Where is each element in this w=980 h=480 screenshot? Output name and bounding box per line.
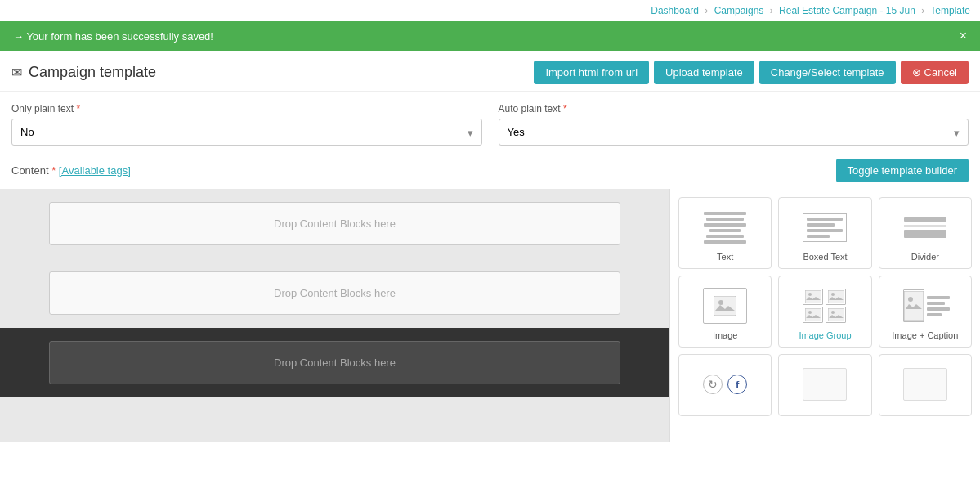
block-empty-1[interactable] (778, 354, 871, 416)
envelope-icon: ✉ (11, 65, 22, 80)
breadcrumb-campaigns[interactable]: Campaigns (714, 5, 764, 16)
boxed-text-block-icon (800, 208, 849, 247)
blocks-panel: Text Boxed Text (669, 189, 980, 442)
block-image-group[interactable]: Image Group (778, 276, 871, 348)
banner-close-button[interactable]: × (960, 29, 967, 43)
change-select-template-button[interactable]: Change/Select template (759, 61, 896, 84)
canvas-section-dark: Drop Content Blocks here (0, 328, 669, 397)
svg-rect-4 (828, 290, 844, 303)
block-empty-2[interactable] (879, 354, 972, 416)
refresh-icon: ↻ (703, 375, 723, 394)
block-divider[interactable]: Divider (879, 197, 972, 269)
svg-point-3 (808, 293, 812, 296)
builder-area: Drop Content Blocks here Drop Content Bl… (0, 189, 980, 442)
plain-text-select-wrapper: No Yes ▾ (11, 119, 482, 146)
cancel-button[interactable]: ⊗ Cancel (901, 61, 969, 84)
plain-text-select[interactable]: No Yes (12, 119, 481, 145)
empty-2-block-icon (901, 365, 950, 404)
drop-zone-3: Drop Content Blocks here (49, 341, 620, 384)
svg-point-9 (831, 311, 835, 314)
svg-rect-8 (828, 308, 844, 321)
image-caption-block-icon (901, 286, 950, 325)
canvas-section-2: Drop Content Blocks here (0, 258, 669, 328)
import-html-button[interactable]: Import html from url (534, 61, 649, 84)
svg-point-1 (718, 300, 723, 305)
divider-block-icon (901, 208, 950, 247)
form-fields: Only plain text * No Yes ▾ Auto plain te… (0, 92, 980, 146)
success-banner: → Your form has been successfully saved!… (0, 21, 980, 51)
facebook-icon: f (727, 375, 747, 394)
block-image-caption[interactable]: Image + Caption (879, 276, 972, 348)
page-header: ✉ Campaign template Import html from url… (0, 51, 980, 92)
image-caption-block-label: Image + Caption (892, 330, 958, 340)
breadcrumb: Dashboard › Campaigns › Real Estate Camp… (0, 0, 980, 21)
divider-block-label: Divider (911, 252, 939, 262)
upload-template-button[interactable]: Upload template (654, 61, 754, 84)
auto-plain-required: * (563, 103, 567, 114)
text-block-icon (700, 208, 750, 247)
empty-1-block-icon (800, 365, 849, 404)
auto-plain-select[interactable]: Yes No (499, 119, 969, 145)
canvas-area: Drop Content Blocks here Drop Content Bl… (0, 189, 669, 442)
breadcrumb-campaign[interactable]: Real Estate Campaign - 15 Jun (779, 5, 915, 16)
plain-text-required: * (76, 103, 80, 114)
toggle-template-builder-button[interactable]: Toggle template builder (836, 159, 969, 182)
svg-rect-0 (714, 296, 736, 316)
image-block-icon (700, 286, 750, 325)
svg-point-7 (808, 311, 812, 314)
block-boxed-text[interactable]: Boxed Text (778, 197, 871, 269)
drop-zone-1: Drop Content Blocks here (49, 202, 620, 245)
plain-text-label: Only plain text * (11, 103, 482, 114)
auto-plain-text-field-group: Auto plain text * Yes No ▾ (499, 103, 969, 146)
blocks-grid: Text Boxed Text (678, 197, 972, 416)
canvas-section-1: Drop Content Blocks here (0, 189, 669, 258)
auto-plain-label: Auto plain text * (499, 103, 969, 114)
available-tags-link[interactable]: [Available tags] (59, 164, 131, 177)
social-block-icon: ↻ f (700, 365, 750, 404)
header-actions: Import html from url Upload template Cha… (534, 61, 969, 84)
svg-rect-2 (805, 290, 821, 303)
page-title: ✉ Campaign template (11, 64, 156, 81)
svg-rect-10 (904, 291, 924, 321)
breadcrumb-current: Template (930, 5, 970, 16)
drop-zone-2: Drop Content Blocks here (49, 271, 620, 315)
content-label: Content * [Available tags] (11, 164, 131, 177)
block-social[interactable]: ↻ f (678, 354, 772, 416)
image-group-block-label: Image Group (799, 330, 851, 340)
svg-point-11 (908, 297, 913, 302)
image-group-block-icon (800, 286, 849, 325)
plain-text-field-group: Only plain text * No Yes ▾ (11, 103, 482, 146)
block-image[interactable]: Image (678, 276, 772, 348)
image-block-label: Image (713, 330, 738, 340)
content-header: Content * [Available tags] Toggle templa… (0, 146, 980, 189)
auto-plain-select-wrapper: Yes No ▾ (499, 119, 969, 146)
svg-point-5 (831, 293, 835, 296)
text-block-label: Text (717, 252, 733, 262)
svg-rect-6 (805, 308, 821, 321)
boxed-text-block-label: Boxed Text (803, 252, 847, 262)
cancel-circle-icon: ⊗ (912, 66, 921, 79)
block-text[interactable]: Text (678, 197, 772, 269)
success-message: → Your form has been successfully saved! (13, 30, 213, 43)
breadcrumb-dashboard[interactable]: Dashboard (651, 5, 699, 16)
